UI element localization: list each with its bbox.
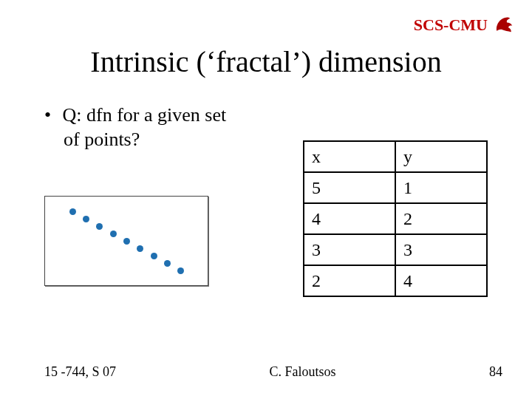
col-header-y: y <box>395 141 487 172</box>
cell: 4 <box>304 203 395 234</box>
cell: 2 <box>304 265 395 296</box>
scatter-point <box>151 253 157 259</box>
cell: 2 <box>395 203 487 234</box>
scatter-point <box>177 267 184 274</box>
org-label: SCS-CMU <box>414 16 488 35</box>
bullet-text-line1: Q: dfn for a given set <box>63 104 227 126</box>
table-row: 4 2 <box>304 203 487 234</box>
data-table: x y 5 1 4 2 3 3 2 4 <box>303 140 488 297</box>
scatter-point <box>96 223 103 230</box>
scatter-point <box>110 231 117 237</box>
bullet-marker: • <box>44 103 58 128</box>
scatter-point <box>69 208 76 215</box>
scatter-point <box>137 245 143 252</box>
slide-body: • Q: dfn for a given set of points? x y … <box>44 103 488 297</box>
footer-left: 15 -744, S 07 <box>44 364 116 380</box>
scatter-plot <box>44 196 208 286</box>
bullet-text-line2: of points? <box>64 129 140 150</box>
slide-title: Intrinsic (‘fractal’) dimension <box>0 44 532 79</box>
scatter-point <box>164 260 171 267</box>
dragon-logo-icon <box>494 13 514 37</box>
scatter-point <box>83 216 89 222</box>
cell: 3 <box>304 234 395 265</box>
scatter-point <box>123 238 130 245</box>
left-column: • Q: dfn for a given set of points? <box>44 103 273 297</box>
cell: 5 <box>304 172 395 203</box>
table-row: 3 3 <box>304 234 487 265</box>
table-row: x y <box>304 141 487 172</box>
slide-footer: 15 -744, S 07 C. Faloutsos 84 <box>44 364 502 380</box>
cell: 1 <box>395 172 487 203</box>
footer-center: C. Faloutsos <box>269 364 335 380</box>
table-row: 2 4 <box>304 265 487 296</box>
right-column: x y 5 1 4 2 3 3 2 4 <box>303 103 488 297</box>
col-header-x: x <box>304 141 395 172</box>
bullet-item: • Q: dfn for a given set of points? <box>44 103 273 151</box>
slide-header: SCS-CMU <box>414 13 514 37</box>
table-row: 5 1 <box>304 172 487 203</box>
footer-right: 84 <box>489 364 502 380</box>
cell: 4 <box>395 265 487 296</box>
cell: 3 <box>395 234 487 265</box>
